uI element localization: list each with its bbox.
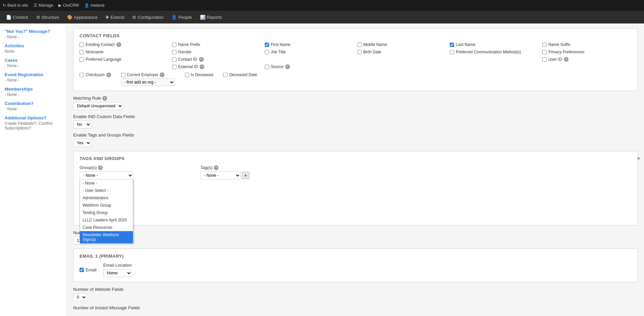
pref-language-checkbox[interactable] [80, 57, 84, 62]
field-is-deceased: Is Deceased [185, 72, 213, 77]
im-fields-label: Number of IM Fields [80, 202, 632, 207]
user-id-help-icon[interactable]: ? [564, 57, 568, 62]
existing-contact-checkbox[interactable] [80, 43, 84, 47]
groups-option-administrators[interactable]: Administrators [80, 194, 133, 202]
job-title-checkbox[interactable] [265, 50, 269, 54]
extend-icon: ✚ [105, 15, 109, 20]
sidebar-additional-title[interactable]: Additional Options? [5, 115, 62, 120]
contact-fields-title: CONTACT FIELDS [80, 33, 632, 38]
current-employer-help-icon[interactable]: ? [160, 72, 164, 77]
nav-bar: 📄 Content ⚙ Structure 🎨 Appearance ✚ Ext… [0, 11, 644, 23]
checksum-help-icon[interactable]: ? [106, 72, 111, 77]
deceased-date-label: Deceased Date [229, 72, 257, 77]
civicrm-menu[interactable]: ▶ CiviCRM [58, 3, 79, 8]
first-name-checkbox[interactable] [265, 43, 269, 47]
groups-option-testing[interactable]: Testing Group [80, 209, 133, 216]
tags-add-button[interactable]: + [242, 172, 249, 179]
pref-comm-checkbox[interactable] [450, 50, 454, 54]
nav-reports[interactable]: 📊 Reports [197, 13, 226, 22]
back-to-site[interactable]: ↻ Back to site [3, 3, 28, 8]
birth-date-checkbox[interactable] [357, 50, 362, 54]
tags-groups-enable-select[interactable]: Yes No [73, 139, 91, 147]
privacy-checkbox[interactable] [542, 50, 547, 54]
groups-option-case[interactable]: Case Resources [80, 224, 133, 231]
ind-custom-data-row: Enable IND Custom Data Fields No Yes [73, 114, 638, 128]
sidebar-contribution-title[interactable]: Contribution? [5, 101, 62, 106]
sidebar-memberships-title[interactable]: Memberships [5, 87, 62, 92]
website-fields-label: Number of Website Fields [73, 287, 638, 292]
tags-help-icon[interactable]: ? [214, 165, 218, 170]
ind-custom-data-select[interactable]: No Yes [73, 120, 91, 128]
tags-groups-enable-row: Enable Tags and Groups Fields Yes No [73, 133, 638, 147]
contact-id-checkbox[interactable] [172, 57, 177, 62]
main-layout: "Not You?" Message? - None - Activities … [0, 23, 644, 316]
groups-option-none[interactable]: - None - [80, 179, 133, 187]
field-pref-language: Preferred Language [80, 57, 169, 62]
nav-structure[interactable]: ⚙ Structure [33, 13, 63, 22]
external-id-help-icon[interactable]: ? [200, 64, 204, 69]
gender-checkbox[interactable] [172, 50, 177, 54]
pref-comm-label: Preferred Communication Method(s) [456, 50, 521, 54]
last-name-label: Last Name [456, 42, 475, 47]
current-employer-section: Current Employer ? - first add an org - [121, 72, 175, 86]
current-employer-label: Current Employer [127, 72, 158, 77]
deceased-date-checkbox[interactable] [223, 73, 228, 77]
website-fields-select[interactable]: 0 1 [73, 293, 87, 301]
user-id-checkbox[interactable] [542, 57, 547, 62]
tags-groups-grid: Group(s) ? - None - - None - - User Sele… [80, 165, 632, 179]
middle-name-label: Middle Name [363, 42, 387, 47]
nav-configuration[interactable]: ⚙ Configuration [129, 13, 167, 22]
nav-extend[interactable]: ✚ Extend [102, 13, 127, 22]
groups-help-icon[interactable]: ? [98, 165, 103, 170]
email1-checkbox[interactable] [80, 268, 84, 272]
contact-id-help-icon[interactable]: ? [199, 57, 204, 62]
admin-bar: ↻ Back to site ☰ Manage ▶ CiviCRM 👤 mela… [0, 0, 644, 11]
tags-select[interactable]: - None - [200, 171, 241, 179]
source-checkbox[interactable] [265, 65, 269, 69]
sidebar-memberships: Memberships - None - [0, 85, 67, 99]
last-name-checkbox[interactable] [450, 43, 454, 47]
user-icon: 👤 [84, 3, 89, 8]
is-deceased-label: Is Deceased [191, 72, 213, 77]
nav-appearance[interactable]: 🎨 Appearance [64, 13, 101, 22]
user-menu[interactable]: 👤 melanie [84, 3, 105, 8]
phone-fields-label: Number of Phone Fields [80, 183, 632, 189]
name-prefix-checkbox[interactable] [172, 43, 177, 47]
field-external-id: External ID ? [172, 64, 261, 69]
sidebar-not-you-title[interactable]: "Not You?" Message? [5, 29, 62, 34]
birth-date-label: Birth Date [363, 50, 381, 54]
first-name-label: First Name [271, 42, 291, 47]
email1-row: Email Email Location Home Work Other [80, 263, 632, 277]
phone-fields-row: Number of Phone Fields 0 1 2 [80, 183, 632, 198]
sidebar-activities-title[interactable]: Activities [5, 43, 62, 48]
email1-location-select[interactable]: Home Work Other [103, 269, 132, 277]
field-empty2 [357, 57, 447, 62]
matching-rule-select[interactable]: Default Unsupervised [73, 102, 123, 110]
manage-menu[interactable]: ☰ Manage [34, 3, 53, 8]
groups-option-user-select[interactable]: - User Select - [80, 187, 133, 194]
external-id-checkbox[interactable] [172, 65, 177, 69]
groups-select[interactable]: - None - [80, 171, 133, 179]
matching-rule-help-icon[interactable]: ? [102, 96, 107, 101]
is-deceased-checkbox[interactable] [185, 73, 189, 77]
sidebar-event-value: - None - [5, 77, 62, 83]
tags-groups-enable-label: Enable Tags and Groups Fields [73, 133, 638, 138]
nav-people[interactable]: 👤 People [168, 13, 195, 22]
groups-option-newsletter[interactable]: Newsletter Webform SignUp [80, 231, 133, 243]
sidebar-cases-title[interactable]: Cases [5, 58, 62, 63]
email1-title: EMAIL 1 (PRIMARY) [80, 254, 632, 259]
existing-contact-help-icon[interactable]: ? [116, 42, 121, 47]
nickname-checkbox[interactable] [80, 50, 84, 54]
job-title-label: Job Title [271, 50, 286, 54]
source-help-icon[interactable]: ? [285, 64, 290, 69]
current-employer-select[interactable]: - first add an org - [121, 78, 175, 86]
checksum-checkbox[interactable] [80, 73, 84, 77]
current-employer-checkbox[interactable] [121, 73, 126, 77]
name-suffix-checkbox[interactable] [542, 43, 547, 47]
field-privacy: Privacy Preferences [542, 50, 632, 54]
nav-content[interactable]: 📄 Content [3, 13, 32, 22]
middle-name-checkbox[interactable] [357, 43, 362, 47]
sidebar-event-title[interactable]: Event Registration [5, 72, 62, 77]
groups-option-webform[interactable]: Webform Group [80, 202, 133, 209]
groups-option-lllc[interactable]: LLLC Leaders April 2020 [80, 216, 133, 224]
